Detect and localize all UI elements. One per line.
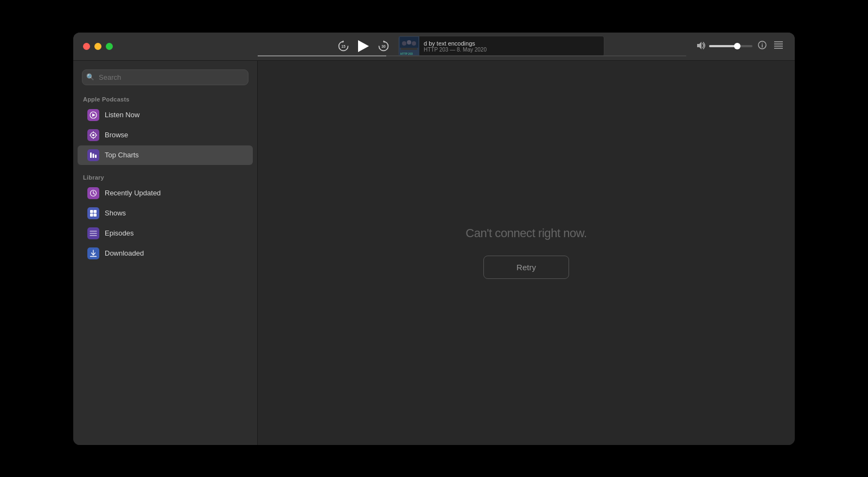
volume-thumb — [734, 43, 741, 49]
traffic-lights — [73, 43, 258, 50]
error-message: Can't connect right now. — [465, 226, 587, 240]
play-icon — [358, 40, 369, 52]
maximize-button[interactable] — [106, 43, 113, 50]
volume-fill — [709, 45, 737, 47]
info-button[interactable] — [756, 39, 769, 54]
skip-forward-icon: 30 — [378, 39, 390, 53]
episode-meta: HTTP 203 — 8. May 2020 — [424, 47, 599, 53]
sidebar-item-browse[interactable]: Browse — [78, 125, 253, 145]
search-icon: 🔍 — [86, 73, 94, 81]
apple-podcasts-section-header: Apple Podcasts — [73, 94, 257, 105]
search-input[interactable] — [82, 69, 248, 85]
shows-label: Shows — [105, 209, 126, 217]
sidebar: 🔍 Apple Podcasts Listen Now — [73, 61, 258, 445]
svg-rect-35 — [94, 210, 97, 213]
sidebar-item-episodes[interactable]: Episodes — [78, 224, 253, 243]
svg-point-11 — [412, 41, 416, 46]
episode-title: d by text encodings — [424, 40, 599, 47]
album-art-placeholder: HTTP 203 — [399, 36, 419, 56]
svg-marker-2 — [358, 40, 369, 52]
svg-rect-29 — [93, 154, 94, 158]
search-container: 🔍 — [73, 69, 257, 94]
svg-point-15 — [762, 43, 763, 44]
browse-label: Browse — [105, 131, 128, 139]
svg-marker-21 — [92, 113, 95, 117]
episodes-label: Episodes — [105, 229, 133, 237]
sidebar-item-top-charts[interactable]: Top Charts — [78, 145, 253, 165]
svg-text:30: 30 — [381, 44, 386, 48]
minimize-button[interactable] — [94, 43, 101, 50]
now-playing-info: d by text encodings HTTP 203 — 8. May 20… — [419, 39, 604, 54]
svg-rect-7 — [401, 48, 417, 50]
sidebar-item-shows[interactable]: Shows — [78, 203, 253, 223]
close-button[interactable] — [83, 43, 90, 50]
downloaded-icon — [87, 247, 99, 259]
sidebar-item-downloaded[interactable]: Downloaded — [78, 244, 253, 263]
downloaded-label: Downloaded — [105, 249, 144, 257]
section-divider — [73, 166, 257, 172]
queue-button[interactable] — [772, 39, 785, 53]
svg-line-33 — [93, 193, 95, 194]
svg-rect-37 — [94, 213, 97, 217]
content-area: 🔍 Apple Podcasts Listen Now — [73, 61, 795, 445]
svg-rect-28 — [90, 152, 92, 158]
skip-forward-button[interactable]: 30 — [374, 37, 393, 55]
listen-now-label: Listen Now — [105, 111, 139, 119]
now-playing-widget[interactable]: HTTP 203 d by text encodings HTTP 203 — … — [398, 36, 604, 56]
listen-now-icon — [87, 109, 99, 121]
library-section-header: Library — [73, 172, 257, 183]
top-charts-icon — [87, 149, 99, 161]
main-content: Can't connect right now. Retry — [258, 61, 795, 445]
recently-updated-icon — [87, 187, 99, 199]
titlebar: 15 30 — [73, 33, 795, 61]
player-controls: 15 30 — [258, 36, 686, 56]
right-controls — [686, 39, 795, 54]
episodes-icon — [87, 227, 99, 239]
svg-rect-36 — [90, 213, 93, 217]
browse-icon — [87, 129, 99, 141]
volume-slider[interactable] — [709, 45, 752, 47]
top-charts-label: Top Charts — [105, 151, 139, 159]
recently-updated-label: Recently Updated — [105, 189, 161, 197]
retry-button[interactable]: Retry — [483, 256, 569, 279]
album-art: HTTP 203 — [399, 36, 419, 56]
play-button[interactable] — [355, 37, 372, 55]
skip-back-button[interactable]: 15 — [334, 37, 353, 55]
svg-point-10 — [407, 40, 411, 44]
svg-point-23 — [92, 134, 94, 136]
svg-text:15: 15 — [341, 44, 346, 48]
search-wrapper: 🔍 — [82, 69, 248, 85]
sidebar-item-recently-updated[interactable]: Recently Updated — [78, 183, 253, 203]
skip-back-icon: 15 — [337, 39, 349, 53]
shows-icon — [87, 207, 99, 219]
svg-rect-30 — [95, 155, 97, 158]
svg-point-9 — [402, 41, 406, 46]
volume-icon — [697, 42, 706, 51]
app-window: 15 30 — [73, 33, 795, 445]
sidebar-item-listen-now[interactable]: Listen Now — [78, 105, 253, 125]
svg-rect-34 — [90, 210, 93, 213]
svg-marker-12 — [697, 42, 701, 49]
